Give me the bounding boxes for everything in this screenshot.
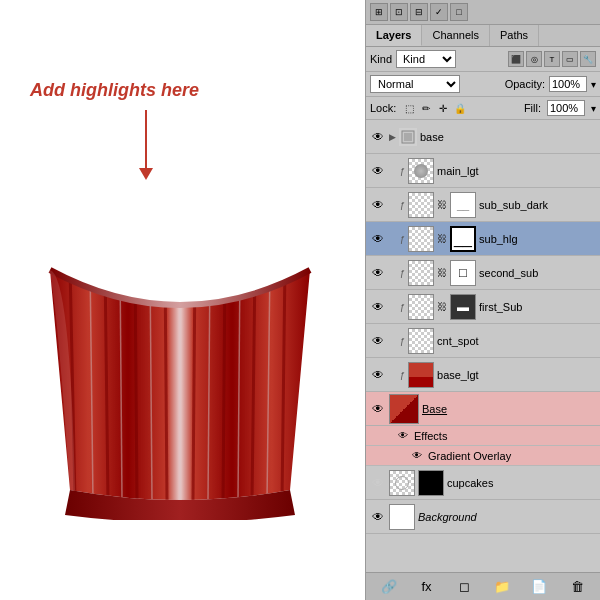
lock-icons: ⬚ ✏ ✛ 🔒: [402, 101, 467, 115]
svg-line-8: [193, 265, 195, 500]
link-sub-sub-dark: ƒ: [400, 200, 405, 210]
thumb-background: [389, 504, 415, 530]
panel-bottom: 🔗 fx ◻ 📁 📄 🗑: [366, 572, 600, 600]
layer-item-Base[interactable]: 👁 Base: [366, 392, 600, 426]
kind-row: Kind Kind ⬛ ◎ T ▭ 🔧: [366, 47, 600, 72]
lock-position-icon[interactable]: ✛: [436, 101, 450, 115]
lock-transparent-icon[interactable]: ⬚: [402, 101, 416, 115]
mask-sub-sub-dark: __: [450, 192, 476, 218]
link-base-lgt: ƒ: [400, 370, 405, 380]
visibility-icon-effects[interactable]: 👁: [396, 428, 410, 444]
layer-item-base-group[interactable]: 👁 ▶ base: [366, 120, 600, 154]
thumb-sub-hlg: [408, 226, 434, 252]
toolbar-icon-4[interactable]: ✓: [430, 3, 448, 21]
layer-item-main-lgt[interactable]: 👁 ƒ main_lgt: [366, 154, 600, 188]
opacity-arrow[interactable]: ▾: [591, 79, 596, 90]
thumb-cupcakes: [389, 470, 415, 496]
toolbar-icon-1[interactable]: ⊞: [370, 3, 388, 21]
visibility-icon-sub-sub-dark[interactable]: 👁: [370, 197, 386, 213]
layer-name-cnt-spot: cnt_spot: [437, 335, 596, 347]
annotation-text: Add highlights here: [30, 80, 199, 101]
gradient-overlay-label: Gradient Overlay: [428, 450, 511, 462]
link-layers-icon[interactable]: 🔗: [379, 577, 399, 597]
layer-name-first-sub: first_Sub: [479, 301, 596, 313]
tab-channels[interactable]: Channels: [422, 25, 489, 46]
mask-cupcakes: [418, 470, 444, 496]
layer-name-main-lgt: main_lgt: [437, 165, 596, 177]
layer-name-base-lgt: base_lgt: [437, 369, 596, 381]
toolbar-icon-5[interactable]: □: [450, 3, 468, 21]
layer-item-cnt-spot[interactable]: 👁 ƒ cnt_spot: [366, 324, 600, 358]
thumb-base-lgt: [408, 362, 434, 388]
thumb-first-sub: [408, 294, 434, 320]
new-group-icon[interactable]: 📁: [492, 577, 512, 597]
lock-label: Lock:: [370, 102, 396, 114]
add-mask-icon[interactable]: ◻: [454, 577, 474, 597]
kind-icons: ⬛ ◎ T ▭ 🔧: [508, 51, 596, 67]
link-sub-hlg: ƒ: [400, 234, 405, 244]
layer-item-first-sub[interactable]: 👁 ƒ ⛓ ▬ first_Sub: [366, 290, 600, 324]
kind-filter-adjust[interactable]: ◎: [526, 51, 542, 67]
visibility-icon-cupcakes[interactable]: 👁: [370, 475, 386, 491]
layer-item-sub-hlg[interactable]: 👁 ƒ ⛓ __ sub_hlg: [366, 222, 600, 256]
layer-name-second-sub: second_sub: [479, 267, 596, 279]
layer-item-base-lgt[interactable]: 👁 ƒ base_lgt: [366, 358, 600, 392]
chain-sub-hlg: ⛓: [437, 233, 447, 244]
visibility-icon-second-sub[interactable]: 👁: [370, 265, 386, 281]
add-fx-icon[interactable]: fx: [416, 577, 436, 597]
toolbar-icon-3[interactable]: ⊟: [410, 3, 428, 21]
delete-layer-icon[interactable]: 🗑: [567, 577, 587, 597]
cupcake-image: [20, 260, 340, 520]
panel-toolbar: ⊞ ⊡ ⊟ ✓ □: [366, 0, 600, 25]
toolbar-icon-2[interactable]: ⊡: [390, 3, 408, 21]
visibility-icon-sub-hlg[interactable]: 👁: [370, 231, 386, 247]
kind-filter-smart[interactable]: 🔧: [580, 51, 596, 67]
thumb-Base: [389, 394, 419, 424]
visibility-icon-main-lgt[interactable]: 👁: [370, 163, 386, 179]
layer-item-cupcakes[interactable]: 👁 cupcakes: [366, 466, 600, 500]
layer-item-sub-sub-dark[interactable]: 👁 ƒ ⛓ __ sub_sub_dark: [366, 188, 600, 222]
tab-paths[interactable]: Paths: [490, 25, 539, 46]
fill-input[interactable]: [547, 100, 585, 116]
visibility-icon-base[interactable]: 👁: [370, 129, 386, 145]
visibility-icon-cnt-spot[interactable]: 👁: [370, 333, 386, 349]
link-second-sub: ƒ: [400, 268, 405, 278]
visibility-icon-base-lgt[interactable]: 👁: [370, 367, 386, 383]
svg-rect-16: [404, 133, 412, 141]
layer-name-cupcakes: cupcakes: [447, 477, 596, 489]
layer-name-Base: Base: [422, 403, 596, 415]
svg-line-6: [165, 265, 167, 500]
tab-layers[interactable]: Layers: [366, 25, 422, 46]
new-layer-icon[interactable]: 📄: [529, 577, 549, 597]
thumb-second-sub: [408, 260, 434, 286]
chain-first-sub: ⛓: [437, 301, 447, 312]
blend-row: Normal Opacity: ▾: [366, 72, 600, 97]
chain-sub-sub-dark: ⛓: [437, 199, 447, 210]
visibility-icon-Base[interactable]: 👁: [370, 401, 386, 417]
lock-all-icon[interactable]: 🔒: [453, 101, 467, 115]
fill-arrow[interactable]: ▾: [591, 103, 596, 114]
layer-name-base: base: [420, 131, 596, 143]
opacity-label: Opacity:: [505, 78, 545, 90]
lock-pixels-icon[interactable]: ✏: [419, 101, 433, 115]
link-first-sub: ƒ: [400, 302, 405, 312]
visibility-icon-gradient[interactable]: 👁: [410, 448, 424, 464]
thumb-sub-sub-dark: [408, 192, 434, 218]
kind-filter-pixel[interactable]: ⬛: [508, 51, 524, 67]
fill-label: Fill:: [524, 102, 541, 114]
layer-item-background[interactable]: 👁 Background: [366, 500, 600, 534]
gradient-overlay-row: 👁 Gradient Overlay: [366, 446, 600, 466]
visibility-icon-background[interactable]: 👁: [370, 509, 386, 525]
opacity-input[interactable]: [549, 76, 587, 92]
layers-list: 👁 ▶ base 👁 ƒ main_lgt 👁 ƒ ⛓ __ sub_sub: [366, 120, 600, 572]
layer-name-sub-hlg: sub_hlg: [479, 233, 596, 245]
kind-select[interactable]: Kind: [396, 50, 456, 68]
kind-filter-shape[interactable]: ▭: [562, 51, 578, 67]
layer-item-second-sub[interactable]: 👁 ƒ ⛓ □ second_sub: [366, 256, 600, 290]
canvas-area: Add highlights here: [0, 0, 365, 600]
kind-filter-type[interactable]: T: [544, 51, 560, 67]
visibility-icon-first-sub[interactable]: 👁: [370, 299, 386, 315]
mask-sub-hlg: __: [450, 226, 476, 252]
lock-row: Lock: ⬚ ✏ ✛ 🔒 Fill: ▾: [366, 97, 600, 120]
blend-mode-select[interactable]: Normal: [370, 75, 460, 93]
